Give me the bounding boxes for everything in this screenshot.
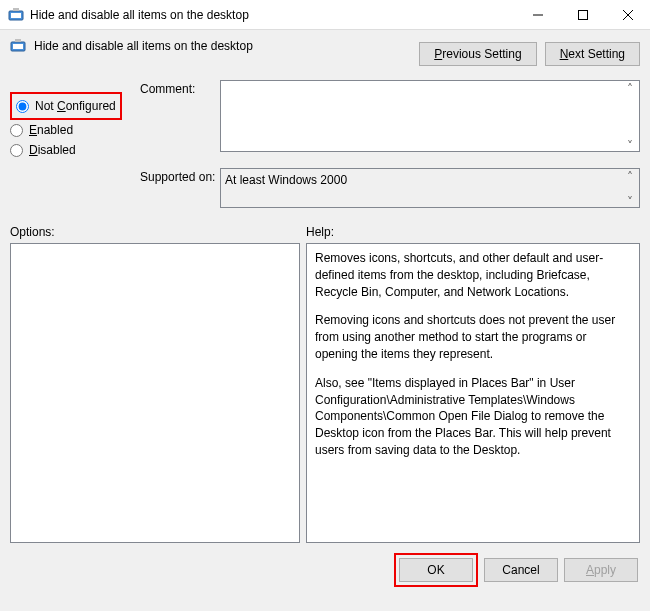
dialog-footer: OK Cancel Apply (0, 543, 650, 597)
help-label: Help: (306, 225, 334, 239)
policy-icon (10, 38, 26, 54)
title-bar: Hide and disable all items on the deskto… (0, 0, 650, 30)
comment-textarea[interactable] (220, 80, 640, 152)
enabled-radio-input[interactable] (10, 124, 23, 137)
apply-button[interactable]: Apply (564, 558, 638, 582)
svg-rect-1 (13, 8, 19, 11)
maximize-button[interactable] (560, 0, 605, 29)
svg-rect-9 (13, 44, 23, 49)
comment-label: Comment: (140, 80, 220, 96)
help-text: Also, see "Items displayed in Places Bar… (315, 375, 631, 459)
minimize-button[interactable] (515, 0, 560, 29)
supported-on-text (220, 168, 640, 208)
policy-name: Hide and disable all items on the deskto… (34, 39, 253, 53)
close-button[interactable] (605, 0, 650, 29)
next-setting-button[interactable]: Next Setting (545, 42, 640, 66)
not-configured-radio[interactable]: Not Configured (16, 96, 116, 116)
supported-on-label: Supported on: (140, 168, 220, 184)
svg-rect-2 (11, 13, 21, 18)
svg-rect-8 (15, 39, 21, 42)
policy-icon (8, 7, 24, 23)
enabled-radio[interactable]: Enabled (10, 120, 140, 140)
not-configured-radio-input[interactable] (16, 100, 29, 113)
window-controls (515, 0, 650, 29)
options-panel (10, 243, 300, 543)
svg-rect-4 (578, 10, 587, 19)
previous-setting-button[interactable]: Previous Setting (419, 42, 536, 66)
help-panel: Removes icons, shortcuts, and other defa… (306, 243, 640, 543)
cancel-button[interactable]: Cancel (484, 558, 558, 582)
help-text: Removes icons, shortcuts, and other defa… (315, 250, 631, 300)
ok-button[interactable]: OK (399, 558, 473, 582)
disabled-radio-input[interactable] (10, 144, 23, 157)
help-text: Removing icons and shortcuts does not pr… (315, 312, 631, 362)
options-label: Options: (10, 225, 306, 239)
window-title: Hide and disable all items on the deskto… (30, 8, 515, 22)
disabled-radio[interactable]: Disabled (10, 140, 140, 160)
